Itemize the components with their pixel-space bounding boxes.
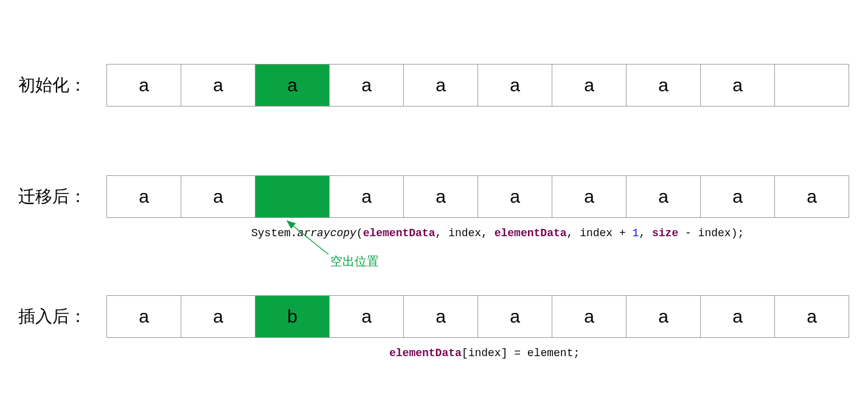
array-cell: a <box>552 64 627 107</box>
code-text: ( <box>356 227 363 239</box>
array-cell: a <box>700 295 775 338</box>
array-cell: a <box>106 175 181 218</box>
array-cell: a <box>552 175 627 218</box>
array-cell: a <box>106 295 181 338</box>
code-arg: index + <box>580 227 632 239</box>
array-cell: a <box>626 64 701 107</box>
row-after-insert: 插入后： a a b a a a a a a a <box>18 295 849 338</box>
array-after-shift: a a a a a a a a a <box>106 175 849 218</box>
code-arg: size <box>652 227 678 239</box>
array-cell: a <box>181 175 255 218</box>
array-cell: a <box>774 295 849 338</box>
array-cell: a <box>329 295 404 338</box>
code-text: [index] = element; <box>462 347 580 359</box>
array-cell: a <box>774 175 849 218</box>
row-after-shift: 迁移后： a a a a a a a a a <box>18 175 849 218</box>
code-arg: index <box>448 227 481 239</box>
array-cell-highlighted <box>255 175 330 218</box>
array-cell: a <box>477 295 552 338</box>
array-cell: a <box>181 295 255 338</box>
annotation-empty-position: 空出位置 <box>330 253 379 270</box>
array-cell: a <box>626 295 701 338</box>
array-cell: a <box>626 175 701 218</box>
code-text: , <box>567 227 580 239</box>
code-text: , <box>481 227 495 239</box>
array-cell-highlighted: a <box>255 64 330 107</box>
array-cell: a <box>403 64 478 107</box>
code-text: , <box>639 227 652 239</box>
label-after-shift: 迁移后： <box>18 185 106 208</box>
array-cell <box>774 64 849 107</box>
row-initial: 初始化： a a a a a a a a a <box>18 64 849 107</box>
array-initial: a a a a a a a a a <box>106 64 849 107</box>
label-after-insert: 插入后： <box>18 305 106 328</box>
svg-line-1 <box>287 221 328 254</box>
array-cell: a <box>403 175 478 218</box>
code-arg: elementData <box>495 227 567 239</box>
array-cell-highlighted: b <box>255 295 330 338</box>
code-assignment: elementData[index] = element; <box>389 347 580 359</box>
code-text: - index) <box>678 227 737 239</box>
code-text: ; <box>737 227 744 239</box>
array-cell: a <box>477 175 552 218</box>
array-cell: a <box>552 295 627 338</box>
array-cell: a <box>477 64 552 107</box>
code-arg: elementData <box>389 347 462 359</box>
array-cell: a <box>181 64 255 107</box>
array-cell: a <box>700 64 775 107</box>
array-cell: a <box>403 295 478 338</box>
array-after-insert: a a b a a a a a a a <box>106 295 849 338</box>
array-cell: a <box>329 175 404 218</box>
array-cell: a <box>700 175 775 218</box>
code-arg: elementData <box>363 227 436 239</box>
code-text: , <box>435 227 448 239</box>
label-initial: 初始化： <box>18 74 106 97</box>
array-cell: a <box>106 64 181 107</box>
array-cell: a <box>329 64 404 107</box>
code-number: 1 <box>633 227 639 239</box>
